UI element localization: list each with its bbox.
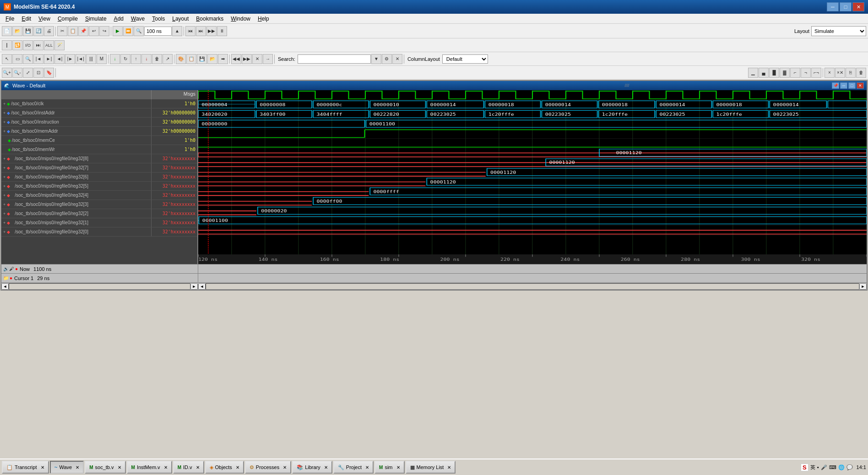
run-cont-button[interactable]: ▶▶ (206, 26, 217, 36)
search-opt-btn[interactable]: ⚙ (382, 54, 392, 64)
instmem-close[interactable]: ✕ (164, 465, 168, 470)
zoom-fit-btn[interactable]: ⤢ (23, 68, 33, 78)
zoom-in-btn[interactable]: 🔍+ (2, 68, 12, 78)
menu-window[interactable]: Window (227, 15, 254, 23)
wave-select-btn[interactable]: ▭ (12, 54, 22, 64)
wave-minimize-btn[interactable]: ─ (840, 82, 847, 89)
wave-back-btn[interactable]: ◄| (54, 54, 65, 64)
search-go-btn[interactable]: ▼ (371, 54, 381, 64)
id-close[interactable]: ✕ (196, 465, 200, 470)
expand-btn[interactable]: + (3, 193, 5, 198)
scroll-left-btn[interactable]: ◄ (1, 283, 9, 290)
taskbar-processes[interactable]: ⚙ Processes ✕ (245, 461, 291, 474)
menu-file[interactable]: File (2, 15, 18, 23)
expand-btn[interactable]: + (3, 129, 5, 134)
auto-btn[interactable]: I/O (23, 40, 33, 50)
wave-edge-b[interactable]: ⌐¬ (811, 68, 821, 78)
wave-dn-btn[interactable]: ↓ (141, 54, 152, 64)
expand-btn[interactable]: + (3, 211, 5, 216)
expand-btn[interactable]: + (3, 102, 5, 106)
soc-tb-close[interactable]: ✕ (118, 465, 121, 470)
redo-button[interactable]: ↪ (99, 26, 109, 36)
taskbar-transcript[interactable]: 📋 Transcript ✕ (2, 461, 49, 474)
expand-btn[interactable]: + (3, 221, 5, 225)
taskbar-objects[interactable]: ◈ Objects ✕ (205, 461, 244, 474)
signal-row[interactable]: +◆/soc_tb/soc0/mips0/regfile0/reg32[0]32… (1, 227, 197, 237)
loop-btn[interactable]: 🔁 (12, 40, 22, 50)
wave-maximize-btn[interactable]: □ (848, 82, 856, 89)
wave-f3-btn[interactable]: ||| (86, 54, 96, 64)
expand-btn[interactable]: + (3, 230, 5, 234)
cursor-btn[interactable]: I (2, 40, 12, 50)
search-clr-btn[interactable]: ✕ (392, 54, 402, 64)
signal-row[interactable]: +◆/soc_tb/soc0/memAddr32'h00000000 (1, 127, 197, 136)
expand-btn[interactable]: + (3, 166, 5, 170)
menu-bookmarks[interactable]: Bookmarks (192, 15, 227, 23)
menu-compile[interactable]: Compile (54, 15, 81, 23)
menu-wave[interactable]: Wave (127, 15, 148, 23)
wave-zoom-btn[interactable]: 🔍 (23, 54, 33, 64)
menu-help[interactable]: Help (254, 15, 273, 23)
break-button[interactable]: ⏸ (217, 26, 227, 36)
taskbar-wave[interactable]: ~ Wave ✕ (50, 461, 84, 474)
cut-button[interactable]: ✂ (57, 26, 67, 36)
menu-add[interactable]: Add (110, 15, 127, 23)
menu-simulate[interactable]: Simulate (81, 15, 110, 23)
library-close[interactable]: ✕ (324, 465, 328, 470)
wave-snap2-btn[interactable]: ×✕ (835, 68, 845, 78)
column-layout-select[interactable]: Default (442, 54, 488, 64)
wave-b3-btn[interactable]: |◄| (76, 54, 86, 64)
wave-copy-disp[interactable]: ⎘ (846, 68, 856, 78)
expand-btn[interactable]: + (3, 175, 5, 179)
wave-list-btn[interactable]: 📋 (186, 54, 196, 64)
wave-add-sig-btn[interactable]: ↓ (110, 54, 120, 64)
taskbar-instmem[interactable]: M InstMem.v ✕ (127, 461, 172, 474)
signal-row[interactable]: +◆/soc_tb/soc0/mips0/regfile0/reg32[6]32… (1, 173, 197, 182)
scroll-left-track[interactable] (9, 283, 190, 290)
wave-close-btn[interactable]: ✕ (857, 82, 864, 89)
open-button[interactable]: 📂 (12, 26, 22, 36)
edge-x-btn[interactable]: ✕ (252, 54, 262, 64)
signal-row[interactable]: +◆/soc_tb/soc0/mips0/regfile0/reg32[1]32… (1, 218, 197, 227)
maximize-button[interactable]: □ (840, 2, 852, 11)
sim-close[interactable]: ✕ (396, 465, 400, 470)
undo-button[interactable]: ↩ (89, 26, 99, 36)
all-btn[interactable]: ALL (44, 40, 54, 50)
wave-pin-btn[interactable]: 📌 (832, 82, 839, 89)
save-button[interactable]: 💾 (23, 26, 33, 36)
signal-row[interactable]: +◆/soc_tb/soc0/mips0/regfile0/reg32[3]32… (1, 200, 197, 209)
wave-del-btn[interactable]: 🗑 (152, 54, 162, 64)
run-time-input[interactable] (144, 27, 172, 36)
zoom-out-btn[interactable]: 🔍- (12, 68, 22, 78)
wave-height-md[interactable]: ▄ (759, 68, 769, 78)
expand-btn[interactable]: + (3, 120, 5, 124)
restart-button[interactable]: ⏮ (185, 26, 195, 36)
edge-right-btn[interactable]: → (263, 54, 273, 64)
menu-view[interactable]: View (35, 15, 54, 23)
objects-close[interactable]: ✕ (236, 465, 239, 470)
wave-insert-btn[interactable]: |◄ (33, 54, 43, 64)
project-close[interactable]: ✕ (365, 465, 369, 470)
wave-edge-l[interactable]: ¬ (801, 68, 811, 78)
taskbar-memory-list[interactable]: ▦ Memory List ✕ (406, 461, 456, 474)
step-button[interactable]: ⏩ (123, 26, 133, 36)
zoom-sel-btn[interactable]: ⊡ (33, 68, 43, 78)
wave-del-disp[interactable]: 🗑 (856, 68, 866, 78)
taskbar-sim[interactable]: M sim ✕ (374, 461, 404, 474)
wand-btn[interactable]: 🪄 (54, 40, 65, 50)
signal-row[interactable]: +◆/soc_tb/soc0/mips0/regfile0/reg32[7]32… (1, 163, 197, 173)
transcript-close[interactable]: ✕ (41, 465, 44, 470)
taskbar-id[interactable]: M ID.v ✕ (173, 461, 204, 474)
processes-close[interactable]: ✕ (283, 465, 287, 470)
stop-button[interactable]: 🔍 (134, 26, 144, 36)
signal-row[interactable]: +◆/soc_tb/soc0/instAddr32'h00000000 (1, 108, 197, 118)
signal-row[interactable]: +◆/soc_tb/soc0/mips0/regfile0/reg32[5]32… (1, 182, 197, 191)
signal-row[interactable]: ◆/soc_tb/soc0/memCe1'h0 (1, 136, 197, 145)
signal-row[interactable]: ◆/soc_tb/soc0/memWr1'h0 (1, 145, 197, 154)
wave-height-lg[interactable]: █ (769, 68, 779, 78)
wave-exp-btn[interactable]: ➡ (218, 54, 228, 64)
search-input[interactable] (298, 54, 371, 64)
wave-sav-btn[interactable]: 💾 (197, 54, 207, 64)
signal-row[interactable]: +◆/soc_tb/soc0/mips0/regfile0/reg32[4]32… (1, 191, 197, 200)
run-time-up[interactable]: ▲ (172, 26, 182, 36)
